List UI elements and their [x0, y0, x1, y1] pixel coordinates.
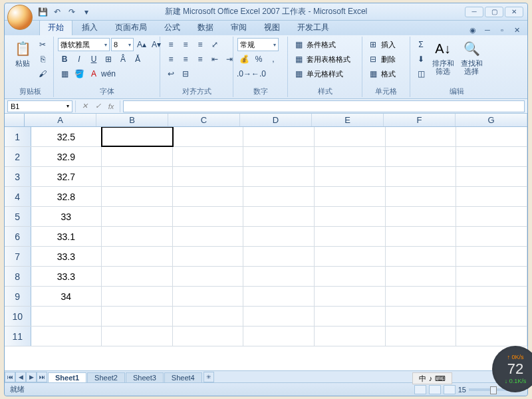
help-icon[interactable]: ◉ — [467, 25, 478, 35]
delete-cells-button[interactable]: ⊟删除 — [366, 53, 396, 66]
cell-C2[interactable] — [173, 147, 244, 166]
cell-D1[interactable] — [243, 127, 315, 146]
bold-button[interactable]: B — [58, 53, 71, 66]
border-icon[interactable]: ⊞ — [102, 53, 115, 66]
cell-A10[interactable] — [31, 307, 102, 326]
cell-F5[interactable] — [386, 207, 457, 226]
cell-A8[interactable]: 33.3 — [31, 267, 102, 286]
select-all-corner[interactable] — [5, 114, 25, 126]
cell-E3[interactable] — [315, 167, 386, 186]
find-select-button[interactable]: 🔍 查找和 选择 — [458, 38, 485, 76]
align-left-icon[interactable]: ≡ — [164, 53, 178, 66]
orientation-icon[interactable]: ⤢ — [208, 38, 221, 51]
cell-A7[interactable]: 33.3 — [31, 247, 102, 266]
cell-C9[interactable] — [173, 287, 244, 306]
increase-font-icon[interactable]: A▴ — [135, 38, 148, 51]
cell-B9[interactable] — [102, 287, 173, 306]
cell-D4[interactable] — [243, 187, 315, 206]
ribbon-minimize-icon[interactable]: ─ — [482, 25, 493, 35]
conditional-format-button[interactable]: ▦条件格式 — [292, 38, 336, 51]
tab-review[interactable]: 审阅 — [223, 20, 255, 35]
close-button[interactable]: ✕ — [505, 7, 523, 17]
view-normal-icon[interactable] — [414, 385, 426, 394]
cell-D9[interactable] — [243, 287, 315, 306]
number-format-combo[interactable]: 常规▾ — [237, 38, 279, 51]
qat-dropdown-icon[interactable]: ▾ — [80, 6, 92, 18]
cell-B3[interactable] — [102, 167, 173, 186]
cell-C7[interactable] — [173, 247, 244, 266]
cell-E6[interactable] — [315, 227, 386, 246]
cell-B1[interactable] — [102, 127, 173, 146]
indent-dec-icon[interactable]: ⇤ — [208, 53, 221, 66]
formula-input[interactable] — [123, 100, 525, 112]
align-middle-icon[interactable]: ≡ — [179, 38, 192, 51]
doc-restore-icon[interactable]: ▫ — [497, 25, 507, 35]
cell-G3[interactable] — [456, 167, 527, 186]
cell-F1[interactable] — [386, 127, 457, 146]
view-page-break-icon[interactable] — [444, 385, 456, 394]
tab-home[interactable]: 开始 — [39, 19, 72, 35]
merge-center-icon[interactable]: ⊟ — [179, 67, 192, 80]
cell-G4[interactable] — [456, 187, 527, 206]
paste-button[interactable]: 📋 粘贴 — [11, 38, 34, 68]
row-header-6[interactable]: 6 — [5, 227, 31, 246]
sort-filter-button[interactable]: A↓ 排序和 筛选 — [430, 38, 456, 76]
cell-styles-button[interactable]: ▦单元格样式 — [292, 67, 343, 80]
cell-E2[interactable] — [315, 147, 386, 166]
cell-G2[interactable] — [456, 147, 527, 166]
view-page-layout-icon[interactable] — [429, 385, 441, 394]
cell-B4[interactable] — [102, 187, 173, 206]
cell-E7[interactable] — [315, 247, 386, 266]
column-header-C[interactable]: C — [168, 114, 240, 126]
cell-C4[interactable] — [173, 187, 244, 206]
row-header-7[interactable]: 7 — [5, 247, 31, 266]
cell-G8[interactable] — [456, 267, 527, 286]
align-right-icon[interactable]: ≡ — [194, 53, 207, 66]
enter-formula-icon[interactable]: ✓ — [92, 100, 104, 112]
tab-data[interactable]: 数据 — [190, 20, 221, 35]
sheet-tab-Sheet2[interactable]: Sheet2 — [87, 372, 125, 382]
cell-D2[interactable] — [243, 147, 315, 166]
column-header-G[interactable]: G — [456, 114, 527, 126]
row-header-3[interactable]: 3 — [5, 167, 31, 186]
format-painter-icon[interactable]: 🖌 — [36, 67, 49, 80]
sheet-tab-Sheet4[interactable]: Sheet4 — [164, 372, 202, 382]
cell-F7[interactable] — [386, 247, 457, 266]
cell-E4[interactable] — [315, 187, 386, 206]
fill-color-icon[interactable]: 🪣 — [72, 67, 86, 80]
font-grow-a-icon[interactable]: Â — [116, 53, 130, 66]
align-bottom-icon[interactable]: ≡ — [194, 38, 207, 51]
row-header-11[interactable]: 11 — [5, 327, 31, 346]
clear-icon[interactable]: ◫ — [414, 67, 428, 80]
underline-button[interactable]: U — [87, 53, 100, 66]
cell-D5[interactable] — [243, 207, 315, 226]
cell-F6[interactable] — [386, 227, 457, 246]
cell-C10[interactable] — [173, 307, 244, 326]
cell-G5[interactable] — [456, 207, 527, 226]
align-top-icon[interactable]: ≡ — [164, 38, 178, 51]
row-header-1[interactable]: 1 — [5, 127, 31, 146]
cell-D3[interactable] — [243, 167, 315, 186]
cell-C8[interactable] — [173, 267, 244, 286]
sheet-nav-last[interactable]: ⏭ — [37, 372, 47, 382]
cell-F8[interactable] — [386, 267, 457, 286]
font-size-combo[interactable]: 8▾ — [111, 38, 134, 51]
row-header-4[interactable]: 4 — [5, 187, 31, 206]
format-cells-button[interactable]: ▦格式 — [366, 67, 396, 80]
cell-B10[interactable] — [102, 307, 173, 326]
cell-G9[interactable] — [456, 287, 527, 306]
tab-developer[interactable]: 开发工具 — [289, 20, 337, 35]
cancel-formula-icon[interactable]: ✕ — [78, 100, 90, 112]
cell-G7[interactable] — [456, 247, 527, 266]
cut-icon[interactable]: ✂ — [36, 38, 49, 51]
sheet-tab-Sheet1[interactable]: Sheet1 — [48, 372, 86, 382]
cell-E11[interactable] — [315, 327, 386, 346]
cell-G6[interactable] — [456, 227, 527, 246]
phonetic-icon[interactable]: wén — [102, 67, 115, 80]
column-header-B[interactable]: B — [96, 114, 168, 126]
currency-icon[interactable]: 💰 — [237, 53, 251, 66]
cell-E5[interactable] — [315, 207, 386, 226]
cell-A6[interactable]: 33.1 — [31, 227, 102, 246]
cell-A3[interactable]: 32.7 — [31, 167, 102, 186]
tab-view[interactable]: 视图 — [256, 20, 288, 35]
